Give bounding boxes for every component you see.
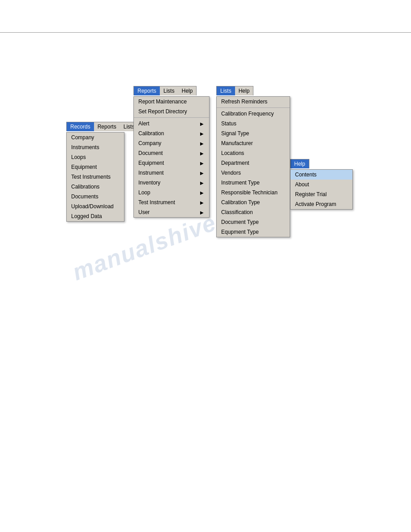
- report-company[interactable]: Company ▶: [134, 138, 209, 148]
- instrument-arrow: ▶: [200, 171, 204, 176]
- report-user[interactable]: User ▶: [134, 207, 209, 217]
- help-about[interactable]: About: [291, 180, 352, 189]
- reports-menubar: Reports Lists Help: [133, 86, 197, 95]
- help-activate-program[interactable]: Activate Program: [291, 199, 352, 209]
- lists-menu-item-reports[interactable]: Lists: [160, 86, 178, 95]
- test-instrument-arrow: ▶: [200, 200, 204, 205]
- lists-menubar: Lists Help: [216, 86, 253, 95]
- lists-calibration-type[interactable]: Calibration Type: [217, 197, 290, 207]
- report-document[interactable]: Document ▶: [134, 148, 209, 158]
- company-arrow: ▶: [200, 141, 204, 146]
- calibration-arrow: ▶: [200, 131, 204, 136]
- help-menubar: Help: [290, 159, 309, 168]
- lists-manufacturer[interactable]: Manufacturer: [217, 138, 290, 148]
- help-menu-item-lists[interactable]: Help: [235, 86, 253, 95]
- lists-separator-1: [217, 107, 290, 108]
- help-contents[interactable]: Contents: [291, 170, 352, 180]
- lists-status[interactable]: Status: [217, 119, 290, 129]
- report-inventory[interactable]: Inventory ▶: [134, 178, 209, 188]
- lists-equipment-type[interactable]: Equpment Type: [217, 227, 290, 237]
- records-logged-data[interactable]: Logged Data: [67, 211, 124, 221]
- lists-vendors[interactable]: Vendors: [217, 168, 290, 178]
- help-dropdown: Contents About Register Trial Activate P…: [290, 169, 353, 210]
- help-menu-item[interactable]: Help: [291, 159, 309, 168]
- records-test-instruments[interactable]: Test Instruments: [67, 172, 124, 182]
- reports-separator-1: [134, 117, 209, 118]
- records-equipment[interactable]: Equipment: [67, 162, 124, 172]
- help-menu-item-reports[interactable]: Help: [178, 86, 197, 95]
- lists-department[interactable]: Department: [217, 158, 290, 168]
- records-dropdown: Company Instruments Loops Equipment Test…: [66, 132, 124, 222]
- report-calibration[interactable]: Calibration ▶: [134, 129, 209, 138]
- document-arrow: ▶: [200, 151, 204, 156]
- lists-dropdown: Refresh Reminders Calibration Frequency …: [216, 96, 290, 237]
- equipment-arrow: ▶: [200, 161, 204, 166]
- lists-responsible-technician[interactable]: Responsible Technician: [217, 188, 290, 197]
- records-upload-download[interactable]: Upload/Download: [67, 202, 124, 211]
- lists-signal-type[interactable]: Signal Type: [217, 129, 290, 138]
- report-alert[interactable]: Alert ▶: [134, 119, 209, 129]
- lists-document-type[interactable]: Document Type: [217, 217, 290, 227]
- report-instrument[interactable]: Instrument ▶: [134, 168, 209, 178]
- reports-dropdown: Report Maintenance Set Report Directory …: [133, 96, 210, 218]
- report-equipment[interactable]: Equipment ▶: [134, 158, 209, 168]
- report-maintenance[interactable]: Report Maintenance: [134, 97, 209, 107]
- records-company[interactable]: Company: [67, 133, 124, 142]
- records-menu-item[interactable]: Records: [67, 122, 94, 131]
- set-report-directory[interactable]: Set Report Directory: [134, 107, 209, 116]
- lists-locations[interactable]: Locations: [217, 148, 290, 158]
- inventory-arrow: ▶: [200, 180, 204, 185]
- lists-refresh-reminders[interactable]: Refresh Reminders: [217, 97, 290, 107]
- records-loops[interactable]: Loops: [67, 152, 124, 162]
- records-documents[interactable]: Documents: [67, 192, 124, 202]
- lists-menu-item[interactable]: Lists: [217, 86, 235, 95]
- reports-menu-item[interactable]: Reports: [134, 86, 160, 95]
- reports-menu-item-records[interactable]: Reports: [94, 122, 120, 131]
- report-test-instrument[interactable]: Test Instrument ▶: [134, 197, 209, 207]
- help-register-trial[interactable]: Register Trial: [291, 189, 352, 199]
- lists-classification[interactable]: Classification: [217, 207, 290, 217]
- alert-arrow: ▶: [200, 121, 204, 126]
- user-arrow: ▶: [200, 210, 204, 215]
- lists-instrument-type[interactable]: Instrument Type: [217, 178, 290, 188]
- records-calibrations[interactable]: Calibrations: [67, 182, 124, 192]
- records-instruments[interactable]: Instruments: [67, 142, 124, 152]
- top-rule: [0, 32, 411, 33]
- lists-calibration-frequency[interactable]: Calibration Frequency: [217, 109, 290, 119]
- loop-arrow: ▶: [200, 190, 204, 195]
- report-loop[interactable]: Loop ▶: [134, 188, 209, 197]
